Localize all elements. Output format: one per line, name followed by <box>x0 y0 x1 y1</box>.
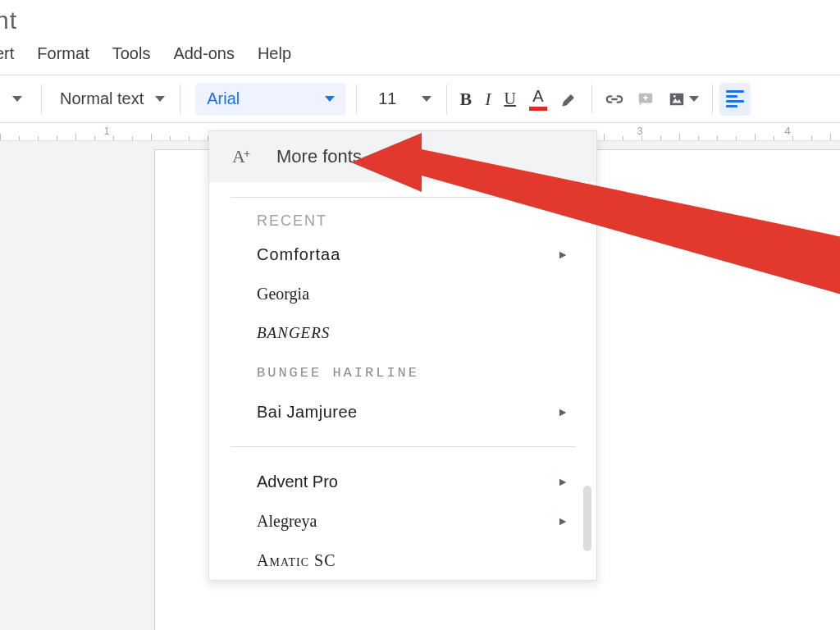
ruler-tick <box>830 134 831 140</box>
ruler-tick <box>0 134 1 140</box>
menu-tools[interactable]: Tools <box>112 44 151 63</box>
font-item-label: Georgia <box>257 285 309 304</box>
ruler-tick <box>641 136 642 140</box>
menu-scrollbar-thumb[interactable] <box>583 486 591 551</box>
menu-divider <box>231 197 575 198</box>
ruler-tick <box>170 136 171 140</box>
font-size-value: 11 <box>378 89 396 108</box>
paragraph-style-select[interactable]: Normal text <box>48 83 173 116</box>
underline-icon: U <box>504 89 516 108</box>
font-item-label: BUNGEE HAIRLINE <box>257 365 419 381</box>
submenu-arrow-icon: ► <box>557 475 568 488</box>
font-item[interactable]: Advent Pro► <box>209 462 596 501</box>
paragraph-style-label: Normal text <box>60 89 144 108</box>
insert-comment-button[interactable] <box>630 83 661 116</box>
ruler-tick <box>75 134 76 140</box>
svg-text:+: + <box>244 147 250 160</box>
svg-point-3 <box>673 94 676 97</box>
insert-image-button[interactable] <box>661 83 705 116</box>
font-item[interactable]: Georgia <box>209 274 596 313</box>
font-family-select[interactable]: Arial <box>195 83 346 116</box>
font-item-label: BANGERS <box>257 324 330 342</box>
underline-button[interactable]: U <box>498 83 523 116</box>
ruler-tick <box>811 136 812 140</box>
ruler-tick <box>698 136 699 140</box>
italic-icon: I <box>485 89 491 110</box>
toolbar-overflow-left[interactable] <box>0 96 34 102</box>
ruler-tick <box>660 136 661 140</box>
text-color-icon: A <box>529 88 547 111</box>
chevron-down-icon <box>325 96 335 102</box>
toolbar-separator <box>591 84 592 114</box>
font-item[interactable]: BANGERS <box>209 313 596 353</box>
font-family-label: Arial <box>207 89 240 108</box>
align-left-icon <box>726 88 744 110</box>
ruler-tick <box>38 136 39 140</box>
ruler-tick <box>604 134 605 140</box>
toolbar: Normal text Arial 11 B I U A <box>0 75 840 123</box>
image-icon <box>668 90 686 108</box>
font-item-label: Bai Jamjuree <box>257 403 358 422</box>
ruler-tick <box>132 136 133 140</box>
ruler-tick <box>19 136 20 140</box>
toolbar-separator <box>180 84 180 114</box>
ruler-tick <box>189 136 189 140</box>
chevron-down-icon <box>12 96 22 102</box>
font-item-label: Advent Pro <box>257 472 338 491</box>
comment-plus-icon <box>637 90 655 108</box>
submenu-arrow-icon: ► <box>557 405 568 418</box>
italic-button[interactable]: I <box>478 83 497 116</box>
ruler-tick <box>151 134 152 140</box>
bold-icon: B <box>460 89 472 110</box>
text-color-button[interactable]: A <box>523 83 554 116</box>
doc-title-fragment: nt <box>0 0 840 44</box>
font-item-label: Alegreya <box>257 512 317 531</box>
recent-section-label: RECENT <box>209 212 596 235</box>
font-item[interactable]: Comfortaa► <box>209 235 596 274</box>
more-fonts-label: More fonts <box>276 146 362 167</box>
chevron-down-icon <box>422 96 431 102</box>
ruler-number: 4 <box>784 125 790 137</box>
highlight-color-button[interactable] <box>554 83 585 116</box>
font-item[interactable]: Bai Jamjuree► <box>209 392 596 431</box>
bold-button[interactable]: B <box>454 83 479 116</box>
font-item-label: Comfortaa <box>257 245 340 264</box>
toolbar-separator <box>446 84 447 114</box>
menu-divider <box>231 446 575 447</box>
menu-help[interactable]: Help <box>258 44 291 63</box>
ruler-tick <box>792 136 793 140</box>
submenu-arrow-icon: ► <box>557 514 568 527</box>
link-icon <box>605 90 623 108</box>
insert-link-button[interactable] <box>599 83 630 116</box>
toolbar-separator <box>41 84 42 114</box>
font-item[interactable]: Amatic SC <box>209 541 596 580</box>
menu-insert[interactable]: ert <box>0 44 14 63</box>
font-family-menu: A + More fonts RECENT Comfortaa►GeorgiaB… <box>208 130 597 581</box>
ruler-tick <box>755 134 756 140</box>
toolbar-separator <box>712 84 713 114</box>
menu-format[interactable]: Format <box>37 44 89 63</box>
font-item[interactable]: BUNGEE HAIRLINE <box>209 353 596 392</box>
align-left-button[interactable] <box>719 83 751 116</box>
ruler-tick <box>717 136 718 140</box>
ruler-tick <box>679 134 680 140</box>
chevron-down-icon <box>689 96 699 102</box>
toolbar-separator <box>356 84 357 114</box>
ruler-tick <box>113 136 114 140</box>
ruler-tick <box>736 136 737 140</box>
ruler-tick <box>94 136 95 140</box>
more-fonts-item[interactable]: A + More fonts <box>209 131 596 182</box>
ruler-number: 1 <box>103 125 109 137</box>
chevron-down-icon <box>155 96 165 102</box>
menu-addons[interactable]: Add-ons <box>173 44 235 63</box>
submenu-arrow-icon: ► <box>557 248 568 261</box>
svg-rect-1 <box>670 93 684 105</box>
highlighter-icon <box>560 90 578 108</box>
menubar: ert Format Tools Add-ons Help <box>0 44 840 75</box>
font-size-select[interactable]: 11 <box>363 83 439 116</box>
ruler-number: 3 <box>637 125 642 137</box>
font-add-icon: A + <box>231 145 253 168</box>
ruler-tick <box>57 136 57 140</box>
font-item[interactable]: Alegreya► <box>209 501 596 541</box>
ruler-tick <box>774 136 774 140</box>
